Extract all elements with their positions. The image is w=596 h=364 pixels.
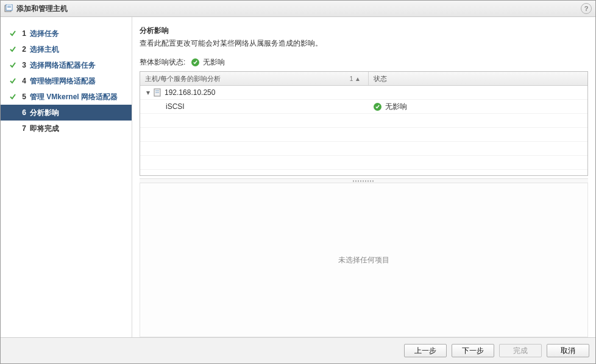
step-select-hosts[interactable]: 2 选择主机 [1, 41, 132, 57]
step-label: 管理物理网络适配器 [30, 76, 96, 86]
step-number: 6 [18, 108, 30, 117]
wizard-steps-sidebar: 1 选择任务 2 选择主机 3 选择网络适配器任务 4 管理物理网络适配器 5 [1, 17, 132, 337]
cell-host: ▾ 192.168.10.250 [140, 88, 369, 97]
cell-service: iSCSI [140, 102, 369, 111]
help-icon[interactable]: ? [581, 3, 592, 14]
step-number: 5 [18, 93, 30, 101]
table-row [140, 142, 587, 156]
step-label: 选择网络适配器任务 [30, 60, 96, 71]
step-label: 选择任务 [30, 29, 59, 39]
tree-collapse-icon[interactable]: ▾ [145, 88, 151, 97]
table-body: ▾ 192.168.10.250 iSCSI [140, 86, 587, 175]
step-number: 7 [18, 124, 30, 133]
status-text: 无影响 [385, 102, 407, 112]
cell-status: 无影响 [369, 102, 587, 112]
checkmark-icon [8, 46, 18, 53]
wizard-icon [4, 4, 13, 13]
empty-message: 未选择任何项目 [338, 255, 389, 265]
step-label: 管理 VMkernel 网络适配器 [30, 92, 118, 102]
ok-icon [374, 103, 381, 111]
wizard-window: 添加和管理主机 ? 1 选择任务 2 选择主机 3 选择网络适配器任务 4 [0, 0, 596, 364]
horizontal-splitter[interactable] [140, 178, 588, 183]
step-label: 分析影响 [30, 108, 59, 118]
column-header-status[interactable]: 状态 [369, 72, 587, 85]
step-label: 即将完成 [30, 124, 59, 134]
table-row [140, 170, 587, 175]
step-manage-physical-adapters[interactable]: 4 管理物理网络适配器 [1, 73, 132, 89]
host-icon [154, 88, 161, 97]
wizard-main-panel: 分析影响 查看此配置更改可能会对某些网络从属服务造成的影响。 整体影响状态: 无… [132, 17, 595, 337]
step-manage-vmkernel-adapters[interactable]: 5 管理 VMkernel 网络适配器 [1, 89, 132, 105]
table-row [140, 156, 587, 170]
wizard-body: 1 选择任务 2 选择主机 3 选择网络适配器任务 4 管理物理网络适配器 5 [1, 17, 595, 337]
step-number: 2 [18, 45, 30, 54]
table-header-row: 主机/每个服务的影响分析 1 ▲ 状态 [140, 72, 587, 86]
step-ready-to-complete[interactable]: 7 即将完成 [1, 121, 132, 136]
step-number: 3 [18, 61, 30, 69]
checkmark-icon [8, 77, 18, 85]
page-heading: 分析影响 [140, 26, 588, 36]
column-header-label: 状态 [374, 74, 387, 83]
back-button[interactable]: 上一步 [404, 344, 447, 357]
page-description: 查看此配置更改可能会对某些网络从属服务造成的影响。 [140, 38, 588, 49]
checkmark-icon [8, 30, 18, 37]
column-header-host-service[interactable]: 主机/每个服务的影响分析 1 ▲ [140, 72, 369, 85]
step-number: 4 [18, 77, 30, 85]
impact-table: 主机/每个服务的影响分析 1 ▲ 状态 ▾ 192. [140, 71, 588, 176]
overall-status-row: 整体影响状态: 无影响 [140, 57, 588, 68]
table-row[interactable]: ▾ 192.168.10.250 [140, 86, 587, 100]
window-title: 添加和管理主机 [16, 4, 68, 14]
cancel-button[interactable]: 取消 [547, 344, 589, 357]
step-number: 1 [18, 29, 30, 38]
column-header-label: 主机/每个服务的影响分析 [145, 74, 221, 83]
titlebar: 添加和管理主机 ? [1, 1, 595, 17]
service-name: iSCSI [166, 102, 185, 111]
details-empty-pane: 未选择任何项目 [140, 183, 588, 337]
step-analyze-impact[interactable]: 6 分析影响 [1, 105, 132, 121]
step-select-adapter-tasks[interactable]: 3 选择网络适配器任务 [1, 57, 132, 73]
table-row [140, 114, 587, 128]
svg-rect-6 [155, 92, 159, 93]
checkmark-icon [8, 61, 18, 69]
svg-rect-5 [155, 90, 159, 91]
next-button[interactable]: 下一步 [452, 344, 494, 357]
ok-icon [191, 58, 199, 66]
host-address: 192.168.10.250 [165, 88, 215, 97]
splitter-grip-icon [353, 180, 375, 182]
wizard-footer: 上一步 下一步 完成 取消 [1, 337, 595, 363]
overall-status-text: 无影响 [203, 57, 225, 68]
sort-indicator-icon[interactable]: 1 ▲ [350, 75, 363, 82]
step-label: 选择主机 [30, 44, 59, 55]
table-row [140, 128, 587, 142]
overall-status-label: 整体影响状态: [140, 57, 185, 68]
table-row[interactable]: iSCSI 无影响 [140, 100, 587, 114]
step-select-task[interactable]: 1 选择任务 [1, 26, 132, 41]
checkmark-icon [8, 93, 18, 100]
finish-button: 完成 [499, 344, 542, 357]
